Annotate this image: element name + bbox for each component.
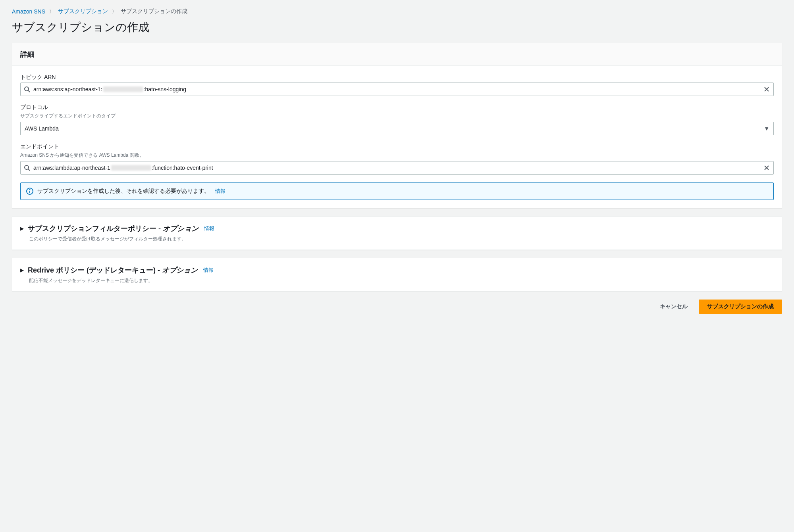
expandable-header-redrive[interactable]: ▶ Redrive ポリシー (デッドレターキュー) - オプション 情報 bbox=[20, 265, 774, 275]
chevron-right-icon: 〉 bbox=[49, 8, 54, 15]
hint-endpoint: Amazon SNS から通知を受信できる AWS Lambda 関数。 bbox=[20, 152, 774, 159]
redacted-account-id bbox=[103, 86, 143, 92]
label-topic-arn: トピック ARN bbox=[20, 74, 774, 81]
endpoint-prefix: arn:aws:lambda:ap-northeast-1 bbox=[33, 165, 110, 171]
protocol-value: AWS Lambda bbox=[25, 125, 59, 132]
label-protocol: プロトコル bbox=[20, 104, 774, 111]
redacted-account-id bbox=[111, 165, 151, 171]
panel-redrive-policy: ▶ Redrive ポリシー (デッドレターキュー) - オプション 情報 配信… bbox=[12, 258, 782, 292]
info-alert: サブスクリプションを作成した後、それを確認する必要があります。 情報 bbox=[20, 182, 774, 200]
search-icon bbox=[21, 86, 33, 92]
create-subscription-button[interactable]: サブスクリプションの作成 bbox=[699, 300, 782, 314]
breadcrumb-link-subscriptions[interactable]: サブスクリプション bbox=[58, 8, 108, 15]
panel-body-details: トピック ARN arn:aws:sns:ap-northeast-1: :ha… bbox=[12, 66, 782, 208]
endpoint-suffix: :function:hato-event-print bbox=[152, 165, 213, 171]
filter-policy-title: サブスクリプションフィルターポリシー - オプション bbox=[28, 224, 198, 233]
panel-details: 詳細 トピック ARN arn:aws:sns:ap-northeast-1: … bbox=[12, 43, 782, 208]
breadcrumb: Amazon SNS 〉 サブスクリプション 〉 サブスクリプションの作成 bbox=[12, 8, 782, 15]
info-link-filter[interactable]: 情報 bbox=[204, 225, 214, 232]
redrive-title-optional: オプション bbox=[162, 266, 198, 274]
topic-arn-prefix: arn:aws:sns:ap-northeast-1: bbox=[33, 86, 102, 92]
topic-arn-suffix: :hato-sns-logging bbox=[144, 86, 186, 92]
panel-header-details: 詳細 bbox=[12, 43, 782, 66]
label-endpoint: エンドポイント bbox=[20, 143, 774, 150]
info-link-redrive[interactable]: 情報 bbox=[203, 267, 214, 274]
form-group-endpoint: エンドポイント Amazon SNS から通知を受信できる AWS Lambda… bbox=[20, 143, 774, 175]
svg-line-5 bbox=[28, 169, 30, 171]
info-icon bbox=[26, 188, 33, 195]
panel-filter-policy: ▶ サブスクリプションフィルターポリシー - オプション 情報 このポリシーで受… bbox=[12, 216, 782, 250]
chevron-right-icon: 〉 bbox=[112, 8, 117, 15]
topic-arn-input-wrapper[interactable]: arn:aws:sns:ap-northeast-1: :hato-sns-lo… bbox=[20, 83, 774, 96]
search-icon bbox=[21, 165, 33, 171]
clear-icon[interactable] bbox=[760, 165, 773, 171]
redrive-policy-title: Redrive ポリシー (デッドレターキュー) - オプション bbox=[28, 265, 198, 275]
svg-point-0 bbox=[25, 87, 29, 91]
svg-point-10 bbox=[30, 190, 30, 190]
filter-title-optional: オプション bbox=[163, 225, 198, 232]
filter-policy-desc: このポリシーで受信者が受け取るメッセージがフィルター処理されます。 bbox=[29, 236, 774, 242]
filter-title-main: サブスクリプションフィルターポリシー - bbox=[28, 225, 163, 232]
caret-right-icon: ▶ bbox=[20, 226, 24, 231]
form-group-topic-arn: トピック ARN arn:aws:sns:ap-northeast-1: :ha… bbox=[20, 74, 774, 96]
action-row: キャンセル サブスクリプションの作成 bbox=[12, 300, 782, 314]
topic-arn-value[interactable]: arn:aws:sns:ap-northeast-1: :hato-sns-lo… bbox=[33, 86, 760, 92]
endpoint-input-wrapper[interactable]: arn:aws:lambda:ap-northeast-1 :function:… bbox=[20, 161, 774, 175]
info-text: サブスクリプションを作成した後、それを確認する必要があります。 bbox=[37, 188, 210, 195]
svg-line-1 bbox=[28, 90, 30, 92]
breadcrumb-link-sns[interactable]: Amazon SNS bbox=[12, 8, 45, 15]
clear-icon[interactable] bbox=[760, 86, 773, 92]
expandable-header-filter[interactable]: ▶ サブスクリプションフィルターポリシー - オプション 情報 bbox=[20, 224, 774, 233]
redrive-title-main: Redrive ポリシー (デッドレターキュー) - bbox=[28, 266, 162, 274]
svg-point-4 bbox=[25, 165, 29, 169]
cancel-button[interactable]: キャンセル bbox=[655, 300, 692, 313]
panel-title-details: 詳細 bbox=[20, 50, 774, 59]
redrive-policy-desc: 配信不能メッセージをデッドレターキューに送信します。 bbox=[29, 277, 774, 284]
hint-protocol: サブスクライブするエンドポイントのタイプ bbox=[20, 113, 774, 119]
caret-right-icon: ▶ bbox=[20, 267, 24, 273]
caret-down-icon: ▼ bbox=[764, 125, 769, 132]
breadcrumb-current: サブスクリプションの作成 bbox=[121, 8, 187, 15]
info-link[interactable]: 情報 bbox=[215, 188, 225, 195]
page-title: サブスクリプションの作成 bbox=[12, 20, 782, 35]
form-group-protocol: プロトコル サブスクライブするエンドポイントのタイプ AWS Lambda ▼ bbox=[20, 104, 774, 135]
endpoint-value[interactable]: arn:aws:lambda:ap-northeast-1 :function:… bbox=[33, 165, 760, 171]
protocol-select[interactable]: AWS Lambda ▼ bbox=[20, 122, 774, 135]
